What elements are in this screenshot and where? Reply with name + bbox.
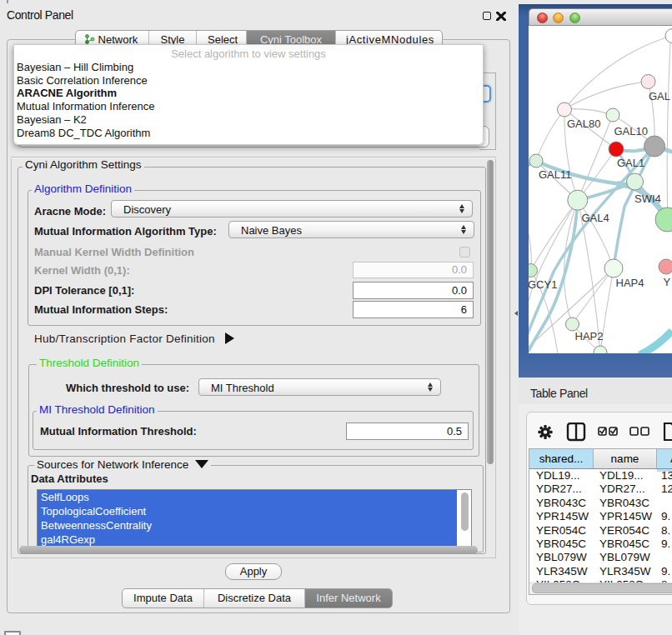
svg-text:HAP2: HAP2 <box>575 330 604 342</box>
svg-text:GAL: GAL <box>649 90 670 102</box>
svg-text:GCY1: GCY1 <box>529 278 557 291</box>
svg-text:GAL10: GAL10 <box>614 125 648 138</box>
svg-text:GAL4: GAL4 <box>582 212 609 224</box>
svg-text:GAL11: GAL11 <box>539 168 572 181</box>
svg-text:Y: Y <box>664 276 671 288</box>
svg-text:SWI4: SWI4 <box>634 192 661 205</box>
svg-text:HAP4: HAP4 <box>616 277 644 289</box>
svg-text:GAL1: GAL1 <box>617 157 644 169</box>
svg-text:GAL80: GAL80 <box>567 118 600 130</box>
